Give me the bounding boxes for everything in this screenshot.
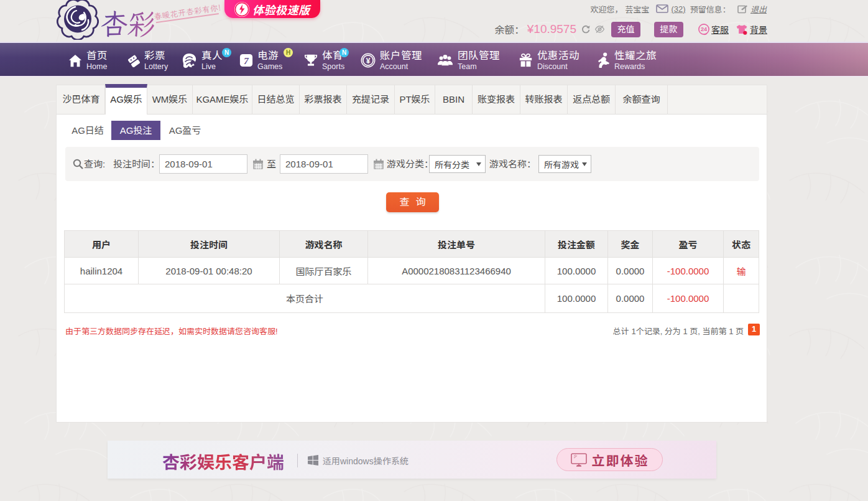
svg-text:24: 24	[701, 26, 708, 32]
svg-text:¥: ¥	[366, 57, 371, 65]
svg-text:7: 7	[244, 55, 249, 66]
